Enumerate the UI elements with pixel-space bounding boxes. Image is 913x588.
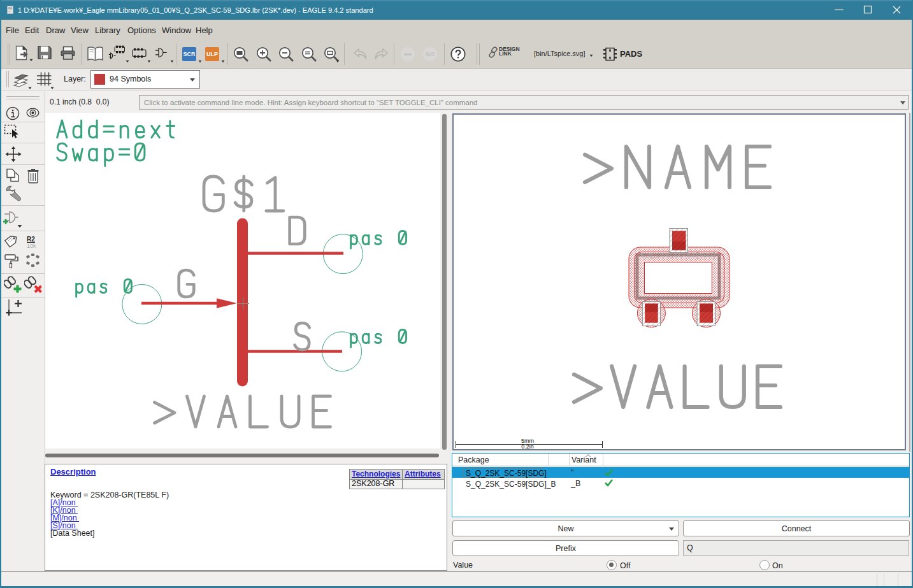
svg-text:5mm: 5mm <box>521 438 534 444</box>
svg-text:0.2in: 0.2in <box>521 443 534 449</box>
svg-text:S_Q_2SK_SC-59[SDG]: S_Q_2SK_SC-59[SDG] <box>641 252 717 259</box>
